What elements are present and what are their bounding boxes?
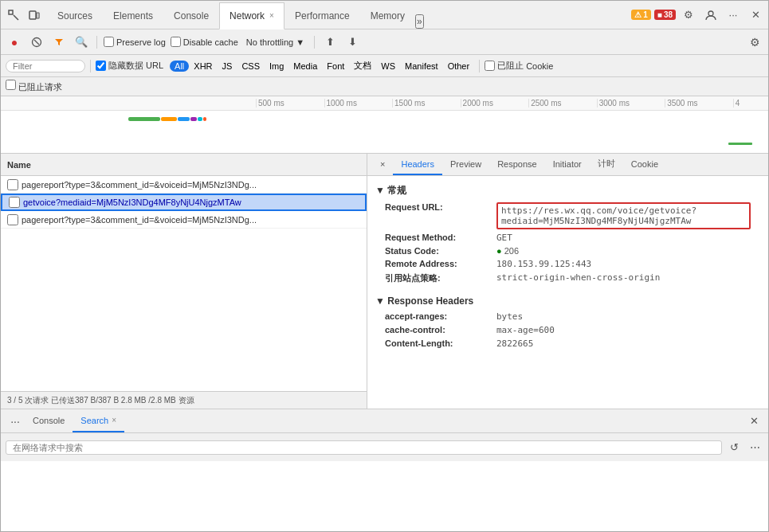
response-headers-header[interactable]: ▼ Response Headers: [375, 292, 760, 310]
tab-sources[interactable]: Sources: [47, 2, 103, 29]
timeline-chart: [1, 117, 768, 154]
request-url-key: Request URL:: [385, 202, 496, 212]
content-length-val: 2822665: [496, 338, 751, 349]
request-item-3[interactable]: pagereport?type=3&comment_id=&voiceid=Mj…: [1, 211, 367, 229]
svg-rect-0: [9, 10, 13, 14]
filter-type-img[interactable]: Img: [265, 61, 288, 72]
request-url-highlight: https://res.wx.qq.com/voice/getvoice?med…: [496, 202, 751, 229]
filter-type-media[interactable]: Media: [288, 61, 322, 72]
bottom-tab-search[interactable]: Search ×: [73, 410, 124, 432]
accept-ranges-key: accept-ranges:: [385, 311, 496, 321]
search-input[interactable]: [6, 440, 722, 455]
tab-preview[interactable]: Preview: [442, 155, 489, 175]
tab-headers[interactable]: Headers: [393, 155, 442, 175]
search-network-icon[interactable]: 🔍: [73, 33, 90, 51]
filter-type-ws[interactable]: WS: [376, 61, 400, 72]
bottom-more-icon[interactable]: ···: [6, 412, 25, 431]
filter-type-xhr[interactable]: XHR: [189, 61, 217, 72]
blocked-cookie-checkbox[interactable]: [485, 61, 495, 71]
remote-address-row: Remote Address: 180.153.99.125:443: [375, 257, 760, 271]
filter-type-other[interactable]: Other: [443, 61, 475, 72]
error-badge[interactable]: ■ 38: [654, 10, 676, 20]
request-checkbox-3[interactable]: [7, 214, 18, 225]
close-detail-button[interactable]: ×: [372, 155, 393, 175]
remote-address-val: 180.153.99.125:443: [496, 259, 751, 269]
svg-rect-1: [29, 11, 36, 19]
more-tabs-icon[interactable]: »: [415, 14, 424, 29]
tab-cookie[interactable]: Cookie: [623, 155, 666, 175]
blocked-cookie-label[interactable]: 已阻止 Cookie: [485, 60, 553, 72]
hide-data-url-label[interactable]: 隐藏数据 URL: [96, 60, 163, 72]
tab-response[interactable]: Response: [489, 155, 545, 175]
request-checkbox-2[interactable]: [9, 197, 20, 208]
close-bottom-panel-icon[interactable]: ✕: [744, 412, 763, 431]
filter-type-js[interactable]: JS: [218, 61, 237, 72]
tab-elements[interactable]: Elements: [103, 2, 163, 29]
request-item-1[interactable]: pagereport?type=3&comment_id=&voiceid=Mj…: [1, 176, 367, 194]
referrer-val: strict-origin-when-cross-origin: [496, 272, 751, 283]
request-method-key: Request Method:: [385, 233, 496, 242]
profile-icon[interactable]: [701, 6, 720, 25]
network-settings-icon[interactable]: ⚙: [746, 33, 763, 51]
more-options-icon[interactable]: ···: [724, 6, 743, 25]
right-content: ▼ 常规 Request URL: https://res.wx.qq.com/…: [367, 176, 768, 409]
inspect-icon[interactable]: [4, 6, 23, 25]
filter-type-all[interactable]: All: [170, 61, 189, 72]
request-item-2[interactable]: getvoice?mediaid=MjM5NzI3NDg4MF8yNjU4Njg…: [1, 194, 367, 211]
clear-button[interactable]: [28, 33, 45, 51]
tick-2000: 2000 ms: [461, 99, 529, 108]
record-button[interactable]: ●: [6, 33, 23, 51]
filter-type-css[interactable]: CSS: [237, 61, 265, 72]
blocked-requests-checkbox[interactable]: [6, 80, 16, 90]
disable-cache-checkbox[interactable]: [171, 37, 181, 47]
general-section-header[interactable]: ▼ 常规: [375, 181, 760, 201]
tab-network-close[interactable]: ×: [269, 11, 274, 20]
preserve-log-checkbox[interactable]: [104, 37, 114, 47]
bottom-tab-console[interactable]: Console: [25, 410, 73, 432]
warning-badge[interactable]: ⚠ 1: [631, 10, 651, 20]
tab-network[interactable]: Network ×: [219, 2, 284, 29]
request-url-row: Request URL: https://res.wx.qq.com/voice…: [375, 201, 760, 231]
filter-type-manifest[interactable]: Manifest: [400, 61, 443, 72]
search-submit-icon[interactable]: ↺: [725, 439, 743, 456]
tab-memory[interactable]: Memory: [360, 2, 415, 29]
general-section: ▼ 常规 Request URL: https://res.wx.qq.com/…: [375, 181, 760, 286]
referrer-key: 引用站点策略:: [385, 272, 496, 284]
tab-performance[interactable]: Performance: [284, 2, 360, 29]
close-devtools-icon[interactable]: ✕: [746, 6, 765, 25]
request-method-row: Request Method: GET: [375, 231, 760, 244]
filter-type-doc[interactable]: 文档: [349, 59, 376, 72]
error-icon: ■: [657, 10, 662, 19]
left-panel: Name pagereport?type=3&comment_id=&voice…: [1, 154, 367, 409]
hide-data-url-checkbox[interactable]: [96, 61, 106, 71]
network-toolbar: ● 🔍 Preserve log Disable cache No thrott…: [1, 29, 768, 55]
filter-input[interactable]: [6, 60, 85, 72]
filter-icon[interactable]: [50, 33, 68, 51]
response-headers-section: ▼ Response Headers accept-ranges: bytes …: [375, 292, 760, 350]
toolbar-sep-2: [314, 36, 315, 49]
blocked-requests-label[interactable]: 已阻止请求: [6, 80, 62, 93]
export-icon[interactable]: ⬇: [343, 33, 361, 51]
filter-type-font[interactable]: Font: [322, 61, 349, 72]
search-options-icon[interactable]: ⋯: [746, 439, 763, 456]
main-area: Name pagereport?type=3&comment_id=&voice…: [1, 154, 768, 409]
request-method-val: GET: [496, 233, 751, 243]
cache-control-key: cache-control:: [385, 325, 496, 334]
request-checkbox-1[interactable]: [7, 179, 18, 190]
blocked-bar: 已阻止请求: [1, 77, 768, 96]
status-code-val: ● 206: [496, 246, 751, 256]
requests-header: Name: [1, 154, 367, 176]
remote-address-key: Remote Address:: [385, 259, 496, 268]
bottom-bar: ··· Console Search × ✕: [1, 409, 768, 432]
tab-timing[interactable]: 计时: [590, 155, 623, 175]
disable-cache-label[interactable]: Disable cache: [171, 37, 238, 47]
device-toolbar-icon[interactable]: [25, 6, 44, 25]
accept-ranges-val: bytes: [496, 311, 751, 322]
tab-console[interactable]: Console: [163, 2, 219, 29]
preserve-log-label[interactable]: Preserve log: [104, 37, 166, 47]
settings-icon[interactable]: ⚙: [679, 6, 698, 25]
throttle-select[interactable]: No throttling ▼: [243, 36, 308, 49]
import-icon[interactable]: ⬆: [321, 33, 339, 51]
bottom-tab-search-close[interactable]: ×: [112, 416, 116, 424]
tab-initiator[interactable]: Initiator: [545, 155, 590, 175]
